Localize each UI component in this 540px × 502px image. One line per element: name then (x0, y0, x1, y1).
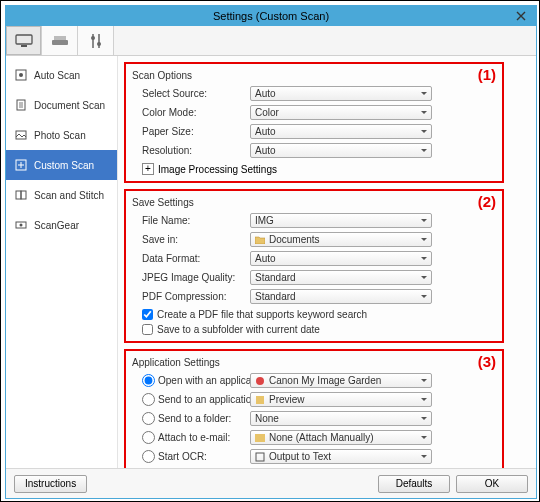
attach-email-value: None (Attach Manually) (269, 432, 374, 443)
send-app-dropdown[interactable]: Preview (250, 392, 432, 407)
send-app-label: Send to an application: (158, 394, 260, 405)
subfolder-checkbox[interactable]: Save to a subfolder with current date (132, 322, 496, 337)
send-folder-dropdown[interactable]: None (250, 411, 432, 426)
svg-rect-11 (16, 191, 21, 199)
color-mode-dropdown[interactable]: Color (250, 105, 432, 120)
application-settings-group: (3) Application Settings Open with an ap… (124, 349, 504, 468)
svg-point-7 (19, 73, 23, 77)
subfolder-label: Save to a subfolder with current date (157, 324, 320, 335)
close-icon (516, 11, 526, 21)
titlebar: Settings (Custom Scan) (6, 6, 536, 26)
save-settings-title: Save Settings (132, 197, 496, 208)
data-format-value: Auto (255, 253, 276, 264)
paper-size-label: Paper Size: (132, 126, 250, 137)
select-source-dropdown[interactable]: Auto (250, 86, 432, 101)
annotation-3: (3) (478, 353, 496, 370)
data-format-dropdown[interactable]: Auto (250, 251, 432, 266)
jpeg-quality-label: JPEG Image Quality: (132, 272, 250, 283)
jpeg-quality-value: Standard (255, 272, 296, 283)
start-ocr-radio[interactable] (142, 450, 155, 463)
folder-icon (255, 235, 265, 245)
attach-email-dropdown[interactable]: None (Attach Manually) (250, 430, 432, 445)
pdf-keyword-input[interactable] (142, 309, 153, 320)
select-source-label: Select Source: (132, 88, 250, 99)
tab-computer[interactable] (6, 26, 42, 55)
svg-point-14 (20, 224, 23, 227)
annotation-2: (2) (478, 193, 496, 210)
save-settings-group: (2) Save Settings File Name: IMG Save in… (124, 189, 504, 343)
open-app-dropdown[interactable]: Canon My Image Garden (250, 373, 432, 388)
instructions-button[interactable]: Instructions (14, 475, 87, 493)
save-in-dropdown[interactable]: Documents (250, 232, 432, 247)
mail-icon (255, 433, 265, 443)
pdf-compression-label: PDF Compression: (132, 291, 250, 302)
sidebar: Auto Scan Document Scan Photo Scan Custo… (6, 56, 118, 468)
sidebar-item-scangear[interactable]: ScanGear (6, 210, 117, 240)
save-in-value: Documents (269, 234, 320, 245)
attach-email-radio[interactable] (142, 431, 155, 444)
svg-rect-0 (16, 35, 32, 44)
file-name-value: IMG (255, 215, 274, 226)
app-icon (255, 376, 265, 386)
stitch-icon (14, 188, 28, 202)
sidebar-item-label: Auto Scan (34, 70, 80, 81)
resolution-value: Auto (255, 145, 276, 156)
pdf-compression-dropdown[interactable]: Standard (250, 289, 432, 304)
auto-scan-icon (14, 68, 28, 82)
svg-rect-18 (256, 453, 264, 461)
sidebar-item-custom-scan[interactable]: Custom Scan (6, 150, 117, 180)
custom-icon (14, 158, 28, 172)
photo-icon (14, 128, 28, 142)
send-app-value: Preview (269, 394, 305, 405)
color-mode-value: Color (255, 107, 279, 118)
resolution-dropdown[interactable]: Auto (250, 143, 432, 158)
tab-settings[interactable] (78, 26, 114, 55)
close-button[interactable] (506, 6, 536, 26)
save-in-label: Save in: (132, 234, 250, 245)
scan-options-group: (1) Scan Options Select Source: Auto Col… (124, 62, 504, 183)
instructions-label: Instructions (25, 478, 76, 489)
pdf-keyword-checkbox[interactable]: Create a PDF file that supports keyword … (132, 307, 496, 322)
subfolder-input[interactable] (142, 324, 153, 335)
sidebar-item-label: Scan and Stitch (34, 190, 104, 201)
sidebar-item-label: Document Scan (34, 100, 105, 111)
file-name-label: File Name: (132, 215, 250, 226)
sidebar-item-auto-scan[interactable]: Auto Scan (6, 60, 117, 90)
send-folder-value: None (255, 413, 279, 424)
image-processing-expand[interactable]: + Image Processing Settings (132, 161, 496, 177)
sidebar-item-document-scan[interactable]: Document Scan (6, 90, 117, 120)
svg-rect-1 (21, 45, 27, 47)
svg-rect-3 (54, 36, 66, 40)
select-source-value: Auto (255, 88, 276, 99)
sidebar-item-label: Custom Scan (34, 160, 94, 171)
document-icon (14, 98, 28, 112)
scanner-icon (51, 35, 69, 47)
file-name-dropdown[interactable]: IMG (250, 213, 432, 228)
sidebar-item-photo-scan[interactable]: Photo Scan (6, 120, 117, 150)
svg-rect-17 (255, 434, 265, 442)
svg-rect-12 (21, 191, 26, 199)
start-ocr-label: Start OCR: (158, 451, 207, 462)
ok-label: OK (485, 478, 499, 489)
start-ocr-dropdown[interactable]: Output to Text (250, 449, 432, 464)
defaults-button[interactable]: Defaults (378, 475, 450, 493)
paper-size-dropdown[interactable]: Auto (250, 124, 432, 139)
send-folder-radio[interactable] (142, 412, 155, 425)
sidebar-item-label: Photo Scan (34, 130, 86, 141)
tab-scanner[interactable] (42, 26, 78, 55)
footer: Instructions Defaults OK (6, 468, 536, 498)
sidebar-item-scan-stitch[interactable]: Scan and Stitch (6, 180, 117, 210)
do-not-start-radio-row[interactable]: Do not start any application (132, 467, 496, 468)
monitor-icon (15, 34, 33, 48)
resolution-label: Resolution: (132, 145, 250, 156)
color-mode-label: Color Mode: (132, 107, 250, 118)
main-panel: (1) Scan Options Select Source: Auto Col… (118, 56, 536, 468)
preview-icon (255, 395, 265, 405)
start-ocr-value: Output to Text (269, 451, 331, 462)
defaults-label: Defaults (396, 478, 433, 489)
jpeg-quality-dropdown[interactable]: Standard (250, 270, 432, 285)
svg-point-4 (91, 36, 95, 40)
send-app-radio[interactable] (142, 393, 155, 406)
open-app-radio[interactable] (142, 374, 155, 387)
ok-button[interactable]: OK (456, 475, 528, 493)
